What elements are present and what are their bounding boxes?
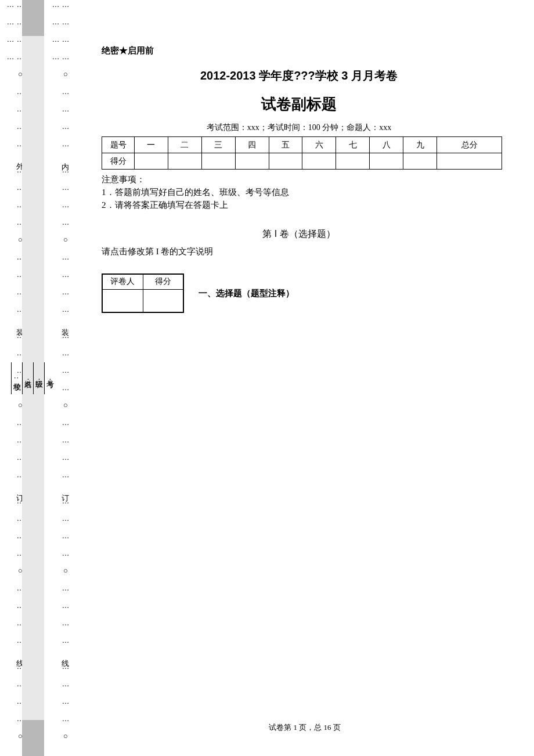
score-table: 题号 一 二 三 四 五 六 七 八 九 总分 得分 xyxy=(102,136,502,170)
cell xyxy=(201,153,235,170)
student-info-strip: 考号： 班级： 姓名： 学校: xyxy=(22,36,44,720)
cell xyxy=(135,153,168,170)
cell: 三 xyxy=(201,137,235,153)
cell: 七 xyxy=(336,137,370,153)
cell xyxy=(437,153,502,170)
cell: 九 xyxy=(403,137,437,153)
gray-bar-top xyxy=(22,0,44,36)
cell: 得分 xyxy=(102,153,135,170)
school-label: 学校: xyxy=(12,377,22,379)
class-label: 班级： xyxy=(34,375,44,382)
cell: 八 xyxy=(370,137,403,153)
gray-bar-bottom xyxy=(22,720,44,756)
cell xyxy=(403,153,437,170)
table-row: 得分 xyxy=(102,153,502,170)
grader-table: 评卷人 得分 xyxy=(102,273,184,313)
cell: 四 xyxy=(235,137,269,153)
name-label: 姓名： xyxy=(23,375,33,382)
cell: 一 xyxy=(135,137,168,153)
cell xyxy=(302,153,336,170)
section-desc: 请点击修改第 I 卷的文字说明 xyxy=(102,246,496,257)
exam-subtitle: 试卷副标题 xyxy=(102,94,496,114)
cell xyxy=(143,289,183,312)
inner-margin-strip: … … … … ○ … … … … 内 … … … … ○ … … … … 装 … xyxy=(56,0,66,756)
exam-meta: 考试范围：xxx；考试时间：100 分钟；命题人：xxx xyxy=(102,123,496,133)
cell xyxy=(168,153,201,170)
table-row: 题号 一 二 三 四 五 六 七 八 九 总分 xyxy=(102,137,502,153)
cell: 二 xyxy=(168,137,201,153)
page-footer: 试卷第 1 页，总 16 页 xyxy=(90,722,519,733)
section-title: 第 I 卷（选择题） xyxy=(102,228,496,240)
grader-col1: 评卷人 xyxy=(102,274,143,289)
cell xyxy=(235,153,269,170)
secret-label: 绝密★启用前 xyxy=(102,45,496,56)
blank-line xyxy=(44,362,45,394)
cell xyxy=(370,153,403,170)
cell: 题号 xyxy=(102,137,135,153)
question-heading: 一、选择题（题型注释） xyxy=(199,288,294,299)
cell xyxy=(269,153,302,170)
blank-line xyxy=(22,362,23,394)
notice-item-2: 2．请将答案正确填写在答题卡上 xyxy=(102,200,496,211)
cell: 六 xyxy=(302,137,336,153)
table-row xyxy=(102,289,183,312)
notice-item-1: 1．答题前填写好自己的姓名、班级、考号等信息 xyxy=(102,187,496,198)
cell xyxy=(336,153,370,170)
table-row: 评卷人 得分 xyxy=(102,274,183,289)
grader-row: 评卷人 得分 一、选择题（题型注释） xyxy=(102,273,496,313)
page-content: 绝密★启用前 2012-2013 学年度???学校 3 月月考卷 试卷副标题 考… xyxy=(90,0,519,342)
cell: 总分 xyxy=(437,137,502,153)
exam-title: 2012-2013 学年度???学校 3 月月考卷 xyxy=(102,68,496,84)
notice-heading: 注意事项： xyxy=(102,174,496,185)
blank-line xyxy=(11,362,12,394)
blank-line xyxy=(33,362,34,394)
grader-col2: 得分 xyxy=(143,274,183,289)
inner-margin-text: … … … … ○ … … … … 内 … … … … ○ … … … … 装 … xyxy=(52,0,71,756)
cell: 五 xyxy=(269,137,302,153)
cell xyxy=(102,289,143,312)
